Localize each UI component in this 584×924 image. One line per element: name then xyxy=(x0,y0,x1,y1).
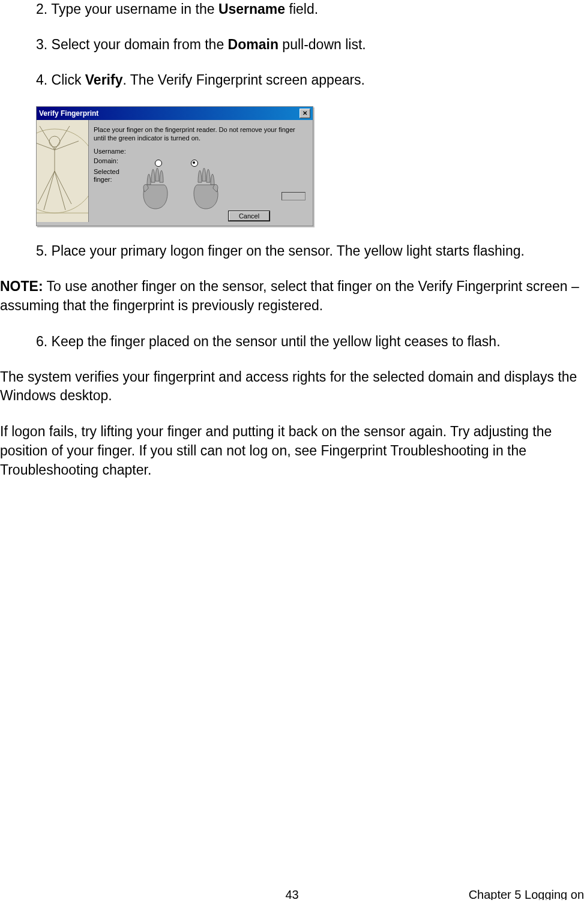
note-paragraph: NOTE: To use another finger on the senso… xyxy=(0,277,584,315)
step-4-text-a: 4. Click xyxy=(36,72,85,88)
progress-indicator xyxy=(281,192,306,200)
cancel-button[interactable]: Cancel xyxy=(229,211,269,221)
domain-label: Domain: xyxy=(94,157,306,164)
page-number: 43 xyxy=(285,888,298,900)
step-3-text-a: 3. Select your domain from the xyxy=(36,37,228,52)
step-2-text-a: 2. Type your username in the xyxy=(36,1,218,17)
selected-finger-label: Selected finger: xyxy=(94,168,130,184)
step-2-text-c: field. xyxy=(285,1,318,17)
step-4-text-c: . The Verify Fingerprint screen appears. xyxy=(122,72,365,88)
paragraph-troubleshoot: If logon fails, try lifting your finger … xyxy=(0,422,584,479)
vitruvian-illustration xyxy=(37,120,89,222)
dialog-instruction: Place your finger on the fingerprint rea… xyxy=(94,126,306,143)
verify-fingerprint-dialog: Verify Fingerprint ✕ Pla xyxy=(36,106,312,226)
step-5: 5. Place your primary logon finger on th… xyxy=(36,242,584,260)
dialog-body: Place your finger on the fingerprint rea… xyxy=(37,120,313,226)
dialog-content: Place your finger on the fingerprint rea… xyxy=(92,124,309,222)
hands-group xyxy=(142,168,220,216)
right-hand-icon xyxy=(188,168,220,216)
left-hand-icon xyxy=(142,168,173,216)
step-2-bold: Username xyxy=(218,1,285,17)
right-hand-radio[interactable] xyxy=(191,160,198,167)
note-text: To use another finger on the sensor, sel… xyxy=(0,278,579,313)
close-button[interactable]: ✕ xyxy=(300,109,310,118)
paragraph-verify: The system verifies your fingerprint and… xyxy=(0,368,584,406)
cancel-label: Cancel xyxy=(239,212,259,220)
dialog-window: Verify Fingerprint ✕ Pla xyxy=(36,106,313,226)
step-6: 6. Keep the finger placed on the sensor … xyxy=(36,332,584,351)
right-hand[interactable] xyxy=(188,168,220,216)
dialog-titlebar: Verify Fingerprint ✕ xyxy=(37,107,313,120)
dialog-title-text: Verify Fingerprint xyxy=(39,109,98,118)
left-hand-radio[interactable] xyxy=(155,160,162,167)
document-page: 2. Type your username in the Username fi… xyxy=(0,0,584,900)
note-label: NOTE: xyxy=(0,278,43,294)
step-3: 3. Select your domain from the Domain pu… xyxy=(36,35,584,54)
chapter-label: Chapter 5 Logging on xyxy=(469,888,584,900)
svg-rect-0 xyxy=(37,120,88,222)
step-3-text-c: pull-down list. xyxy=(278,37,366,52)
selected-finger-row: Selected finger: xyxy=(94,168,306,216)
close-icon: ✕ xyxy=(303,110,307,116)
step-3-bold: Domain xyxy=(228,37,278,52)
username-label: Username: xyxy=(94,148,306,155)
left-hand[interactable] xyxy=(142,168,173,216)
step-2: 2. Type your username in the Username fi… xyxy=(36,0,584,19)
step-4-bold: Verify xyxy=(85,72,123,88)
step-4: 4. Click Verify. The Verify Fingerprint … xyxy=(36,71,584,89)
